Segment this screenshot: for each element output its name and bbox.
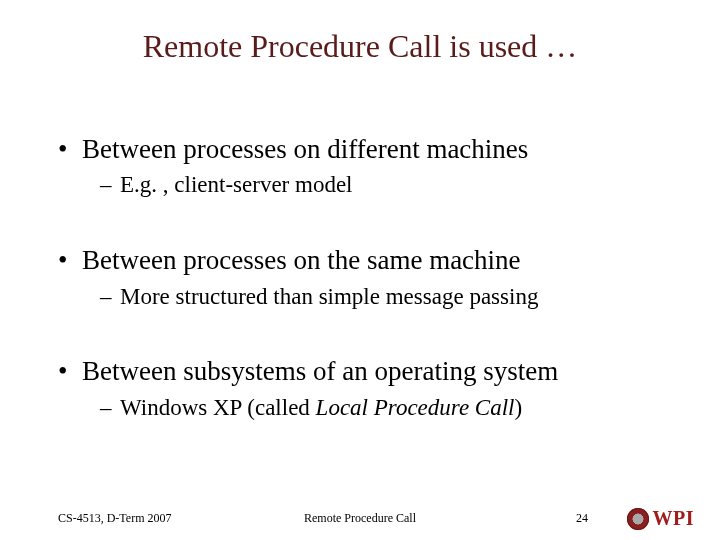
slide-body: Between processes on different machines … <box>58 115 680 422</box>
bullet-level2: Windows XP (called Local Procedure Call) <box>58 394 680 423</box>
wpi-logo-text: WPI <box>653 507 695 530</box>
bullet-sub-text: Windows XP (called <box>120 395 316 420</box>
bullet-level1: Between subsystems of an operating syste… <box>58 355 680 387</box>
bullet-sub-italic: Local Procedure Call <box>316 395 515 420</box>
wpi-seal-icon <box>627 508 649 530</box>
bullet-sub-text: client-server model <box>174 172 352 197</box>
bullet-group: Between processes on different machines … <box>58 133 680 200</box>
slide-footer: CS-4513, D-Term 2007 Remote Procedure Ca… <box>0 496 720 526</box>
bullet-level2: E.g. , client-server model <box>58 171 680 200</box>
bullet-sub-text: E.g. , <box>120 172 174 197</box>
footer-center: Remote Procedure Call <box>0 511 720 526</box>
bullet-group: Between processes on the same machine Mo… <box>58 244 680 311</box>
bullet-level1: Between processes on different machines <box>58 133 680 165</box>
bullet-level2: More structured than simple message pass… <box>58 283 680 312</box>
wpi-logo: WPI <box>627 507 695 530</box>
page-number: 24 <box>576 511 588 526</box>
bullet-sub-text: ) <box>515 395 523 420</box>
slide-title: Remote Procedure Call is used … <box>0 28 720 65</box>
bullet-level1: Between processes on the same machine <box>58 244 680 276</box>
bullet-group: Between subsystems of an operating syste… <box>58 355 680 422</box>
slide: Remote Procedure Call is used … Between … <box>0 0 720 540</box>
bullet-sub-text: More structured than simple message pass… <box>120 284 538 309</box>
